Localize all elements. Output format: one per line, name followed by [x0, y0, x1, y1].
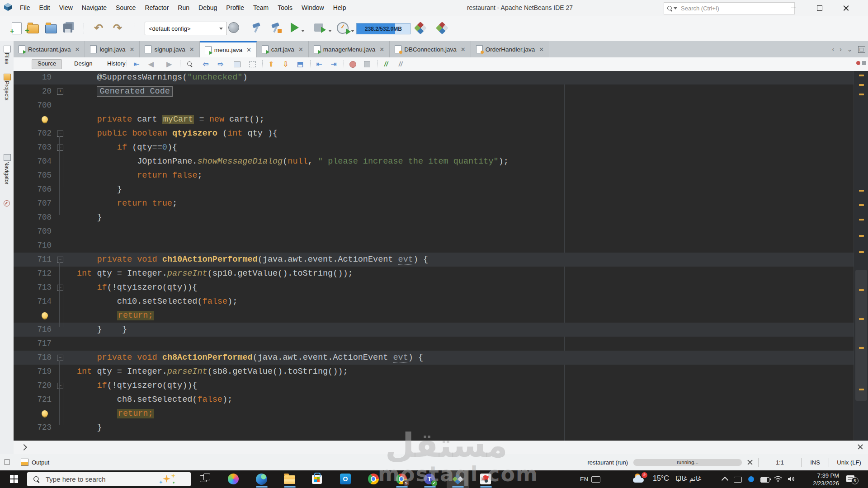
menu-source[interactable]: Source	[111, 0, 140, 16]
memory-usage-bar[interactable]: 238.2/532.0MB	[356, 23, 410, 34]
fold-expanded-icon[interactable]: −	[57, 383, 63, 389]
code-line-710[interactable]: 710	[14, 239, 854, 253]
insert-mode-indicator[interactable]: INS	[807, 459, 823, 466]
code-line[interactable]: private cart myCart = new cart();	[14, 113, 854, 127]
start-macro-recording-icon[interactable]	[348, 60, 357, 68]
menu-navigate[interactable]: Navigate	[77, 0, 111, 16]
services-globe-button[interactable]	[228, 22, 239, 33]
close-button[interactable]	[835, 0, 856, 16]
find-selection-icon[interactable]	[185, 60, 194, 68]
volume-icon[interactable]	[788, 476, 796, 483]
code-line-721[interactable]: 721 ch8.setSelected(false);	[14, 393, 854, 407]
tab-close-icon[interactable]: ✕	[246, 47, 251, 53]
menu-help[interactable]: Help	[329, 0, 351, 16]
tablet-mode-icon[interactable]	[734, 477, 742, 483]
code-line-719[interactable]: 719int qty = Integer.parseInt(sb8.getVal…	[14, 365, 854, 379]
code-line-705[interactable]: 705 return false;	[14, 169, 854, 183]
taskbar-app-chrome[interactable]	[363, 470, 385, 488]
toggle-highlight-icon[interactable]	[232, 60, 241, 68]
temperature-label[interactable]: 15°C	[653, 474, 669, 483]
code-line-712[interactable]: 712int qty = Integer.parseInt(sp10.getVa…	[14, 267, 854, 281]
build-project-button[interactable]	[251, 22, 262, 33]
error-stripe-mark[interactable]	[859, 190, 864, 192]
maximize-editor-icon[interactable]: ▢	[858, 46, 865, 53]
code-line-709[interactable]: 709	[14, 225, 854, 239]
taskbar-app-file-explorer[interactable]	[278, 470, 301, 488]
previous-bookmark-icon[interactable]: ⇧	[267, 60, 276, 68]
warning-lightbulb-icon[interactable]	[42, 410, 48, 417]
error-stripe-mark[interactable]	[859, 389, 864, 390]
expand-right-icon[interactable]	[21, 444, 27, 450]
cancel-process-icon[interactable]	[747, 460, 753, 465]
tab-Restaurant.java[interactable]: Restaurant.java✕	[14, 41, 85, 57]
code-line-703[interactable]: 703− if (qty==0){	[14, 141, 854, 155]
tab-menu.java[interactable]: menu.java✕	[200, 41, 257, 57]
menu-profile[interactable]: Profile	[222, 0, 249, 16]
sidebar-item-files[interactable]: Files	[4, 53, 10, 64]
taskbar-app-outlook[interactable]	[335, 470, 357, 488]
uncomment-icon[interactable]: //	[396, 60, 405, 68]
new-project-button[interactable]	[27, 22, 39, 33]
code-line-720[interactable]: 720− if(!qtyiszero(qty)){	[14, 379, 854, 393]
tab-close-icon[interactable]: ✕	[298, 47, 303, 52]
code-line-717[interactable]: 717	[14, 337, 854, 351]
menu-tools[interactable]: Tools	[273, 0, 297, 16]
code-line[interactable]: return;	[14, 407, 854, 421]
code-line-19[interactable]: 19 @SuppressWarnings("unchecked")	[14, 71, 854, 84]
fold-expanded-icon[interactable]: −	[57, 131, 63, 137]
keyboard-icon[interactable]	[591, 476, 600, 483]
open-project-button[interactable]	[45, 22, 57, 33]
taskbar-app-java[interactable]	[475, 470, 497, 488]
next-bookmark-icon[interactable]: ⇩	[281, 60, 290, 68]
error-stripe-mark[interactable]	[859, 289, 864, 291]
output-tab[interactable]: Output	[16, 454, 54, 470]
language-indicator[interactable]: EN	[580, 476, 588, 483]
undo-button[interactable]: ↶	[94, 22, 103, 34]
onedrive-status-icon[interactable]	[748, 476, 754, 482]
code-line[interactable]: return;	[14, 309, 854, 323]
minimize-button[interactable]	[783, 0, 804, 16]
close-strip-icon[interactable]	[857, 444, 863, 450]
netbeans-cube-icon[interactable]	[416, 23, 425, 33]
line-ending-indicator[interactable]: Unix (LF)	[835, 459, 863, 466]
scroll-tabs-left-icon[interactable]: ‹	[832, 46, 835, 53]
menu-debug[interactable]: Debug	[194, 0, 222, 16]
tab-managerMenu.java[interactable]: managerMenu.java✕	[309, 41, 390, 57]
code-line-708[interactable]: 708 }	[14, 211, 854, 225]
debug-project-button[interactable]	[314, 22, 323, 32]
taskbar-search-box[interactable]: Type here to search	[27, 472, 191, 486]
warning-lightbulb-icon[interactable]	[42, 116, 48, 122]
forward-icon[interactable]: ▶	[165, 60, 174, 68]
profile-project-button[interactable]	[337, 22, 349, 34]
code-line-711[interactable]: 711− private void ch10ActionPerformed(ja…	[14, 253, 854, 267]
tab-list-dropdown-icon[interactable]: ⌄	[847, 46, 853, 53]
last-edit-position-icon[interactable]: ⇤	[132, 60, 141, 68]
tab-close-icon[interactable]: ✕	[189, 47, 194, 52]
code-line-706[interactable]: 706 }	[14, 183, 854, 197]
fold-expanded-icon[interactable]: −	[57, 145, 63, 151]
code-line-700[interactable]: 700	[14, 99, 854, 113]
error-stripe-mark[interactable]	[859, 318, 864, 320]
restore-window-icon[interactable]	[5, 459, 9, 465]
start-button[interactable]	[10, 475, 18, 483]
menu-window[interactable]: Window	[297, 0, 329, 16]
menu-view[interactable]: View	[55, 0, 77, 16]
view-button-design[interactable]: Design	[69, 59, 98, 68]
code-line-20[interactable]: 20+ Generated Code	[14, 84, 854, 99]
tab-signup.java[interactable]: signup.java✕	[140, 41, 199, 57]
clock[interactable]: 7:39 PM 2/23/2026	[801, 472, 839, 488]
error-stripe-mark[interactable]	[859, 94, 864, 95]
warning-lightbulb-icon[interactable]	[42, 312, 48, 319]
comment-icon[interactable]: //	[382, 60, 391, 68]
menu-refactor[interactable]: Refactor	[140, 0, 173, 16]
code-line-713[interactable]: 713− if(!qtyiszero(qty)){	[14, 281, 854, 295]
notification-center-icon[interactable]: 5	[846, 475, 854, 482]
ide-search-box[interactable]: Search (Ctrl+I)	[664, 2, 795, 14]
wifi-icon[interactable]	[774, 476, 782, 483]
menu-team[interactable]: Team	[249, 0, 273, 16]
menu-edit[interactable]: Edit	[35, 0, 55, 16]
next-occurrence-icon[interactable]: ⇨	[216, 60, 225, 68]
taskbar-app-teams[interactable]: ✓	[419, 470, 441, 488]
fold-expanded-icon[interactable]: −	[57, 285, 63, 291]
error-stripe-mark[interactable]	[859, 347, 864, 349]
